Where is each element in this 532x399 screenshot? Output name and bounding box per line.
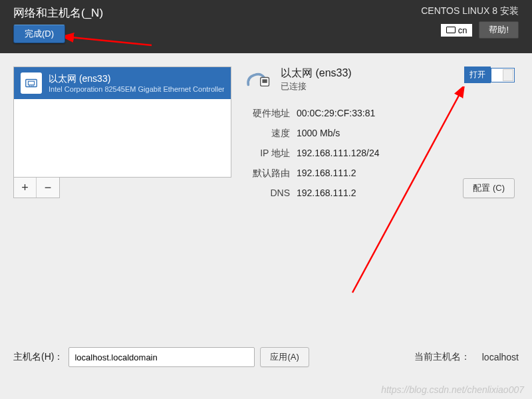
content-area: 以太网 (ens33) Intel Corporation 82545EM Gi… [0,53,532,211]
ethernet-icon [21,72,42,94]
current-hostname-label: 当前主机名： [414,351,470,363]
ip-label: IP 地址 [243,148,290,160]
list-buttons: + − [13,178,60,198]
device-item-ens33[interactable]: 以太网 (ens33) Intel Corporation 82545EM Gi… [14,67,231,99]
device-desc: Intel Corporation 82545EM Gigabit Ethern… [49,85,224,93]
keyboard-icon [446,27,456,33]
done-button[interactable]: 完成(D) [13,25,65,43]
apply-hostname-button[interactable]: 应用(A) [260,347,309,367]
hostname-input[interactable] [68,347,255,367]
hostname-label: 主机名(H)： [13,351,63,363]
lang-code: cn [458,25,467,35]
configure-button[interactable]: 配置 (C) [463,178,515,198]
connection-toggle[interactable]: 打开 [464,66,515,83]
route-label: 默认路由 [243,168,290,180]
remove-device-button[interactable]: − [37,178,59,198]
connection-title: 以太网 (ens33) [281,66,456,80]
connection-details: 以太网 (ens33) 已连接 打开 硬件地址 00:0C:29:CF:33:8… [239,66,519,198]
current-hostname-value: localhost [482,352,519,362]
help-button[interactable]: 帮助! [479,21,519,39]
keyboard-layout-indicator[interactable]: cn [441,24,473,37]
hw-label: 硬件地址 [243,108,290,120]
connection-status: 已连接 [281,80,456,92]
device-name: 以太网 (ens33) [49,73,224,85]
toggle-label: 打开 [464,66,491,83]
speed-value: 1000 Mb/s [297,128,515,140]
device-list-panel: 以太网 (ens33) Intel Corporation 82545EM Gi… [13,66,231,198]
ip-value: 192.168.111.128/24 [297,148,515,160]
toggle-switch[interactable] [491,68,515,82]
header: 网络和主机名(_N) 完成(D) CENTOS LINUX 8 安装 cn 帮助… [0,0,532,53]
speed-label: 速度 [243,128,290,140]
svg-rect-1 [28,81,34,85]
svg-rect-6 [262,79,267,83]
hostname-row: 主机名(H)： 应用(A) 当前主机名： localhost [13,347,519,367]
install-title: CENTOS LINUX 8 安装 [421,5,519,17]
dns-label: DNS [243,188,290,198]
watermark: https://blog.csdn.net/chenlixiao007 [381,384,524,395]
ethernet-icon [243,66,273,96]
hw-value: 00:0C:29:CF:33:81 [297,108,515,120]
device-list[interactable]: 以太网 (ens33) Intel Corporation 82545EM Gi… [13,66,231,178]
page-title: 网络和主机名(_N) [13,5,103,21]
add-device-button[interactable]: + [14,178,37,198]
